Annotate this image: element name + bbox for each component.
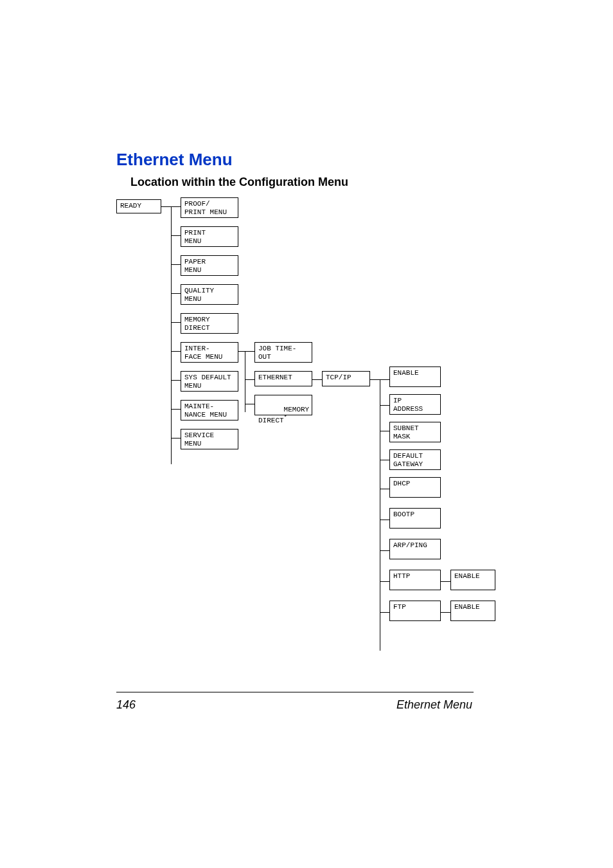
node-memory-direct-if: MEMORY DIRECT* [254,395,312,415]
node-ready: READY [116,199,161,213]
connector [171,293,181,294]
node-print-menu: PRINT MENU [181,226,238,247]
connector [171,322,181,323]
node-http: HTTP [389,570,441,590]
node-proof-print-menu: PROOF/ PRINT MENU [181,197,238,218]
footer-rule [116,692,474,692]
node-memory-direct: MEMORY DIRECT [181,313,238,334]
node-tcpip: TCP/IP [322,371,370,386]
node-ftp: FTP [389,601,441,621]
connector [380,460,389,460]
connector [441,581,450,582]
node-enable: ENABLE [389,366,441,387]
connector [380,431,389,431]
connector [171,409,181,410]
connector [245,351,245,412]
connector [171,438,181,439]
connector [380,520,389,520]
node-service-menu: SERVICE MENU [181,429,238,449]
connector [380,550,389,551]
connector [171,206,172,464]
node-maintenance-menu: MAINTE- NANCE MENU [181,400,238,420]
asterisk-icon: * [284,415,287,421]
connector [161,206,171,207]
node-default-gateway: DEFAULT GATEWAY [389,449,441,470]
connector [441,612,450,613]
connector [171,235,181,236]
connector [380,379,389,380]
connector [245,404,254,404]
node-interface-menu: INTER- FACE MENU [181,342,238,363]
connector [380,405,389,406]
connector [312,379,322,380]
connector [171,351,181,352]
node-dhcp: DHCP [389,477,441,498]
page-title: Ethernet Menu [116,150,233,170]
node-arpping: ARP/PING [389,539,441,559]
connector [171,264,181,265]
node-ftp-enable: ENABLE [450,601,495,621]
page-subtitle: Location within the Configuration Menu [130,176,348,189]
node-quality-menu: QUALITY MENU [181,284,238,305]
connector [380,612,389,613]
footer-page-number: 146 [116,698,136,712]
connector [380,379,380,636]
node-subnet-mask: SUBNET MASK [389,422,441,442]
node-job-timeout: JOB TIME- OUT [254,342,312,363]
connector [380,581,389,582]
menu-tree-diagram: READY PROOF/ PRINT MENU PRINT MENU PAPER… [116,199,502,675]
connector [238,351,245,352]
node-sys-default-menu: SYS DEFAULT MENU [181,371,238,392]
connector [171,206,181,207]
connector [380,612,380,651]
node-bootp: BOOTP [389,508,441,529]
connector [245,379,254,380]
connector [370,379,380,380]
connector [245,351,254,352]
connector [171,380,181,381]
node-paper-menu: PAPER MENU [181,255,238,276]
connector [380,489,389,489]
node-http-enable: ENABLE [450,570,495,590]
footer-section: Ethernet Menu [396,698,472,712]
node-ethernet: ETHERNET [254,371,312,386]
node-ip-address: IP ADDRESS [389,394,441,415]
